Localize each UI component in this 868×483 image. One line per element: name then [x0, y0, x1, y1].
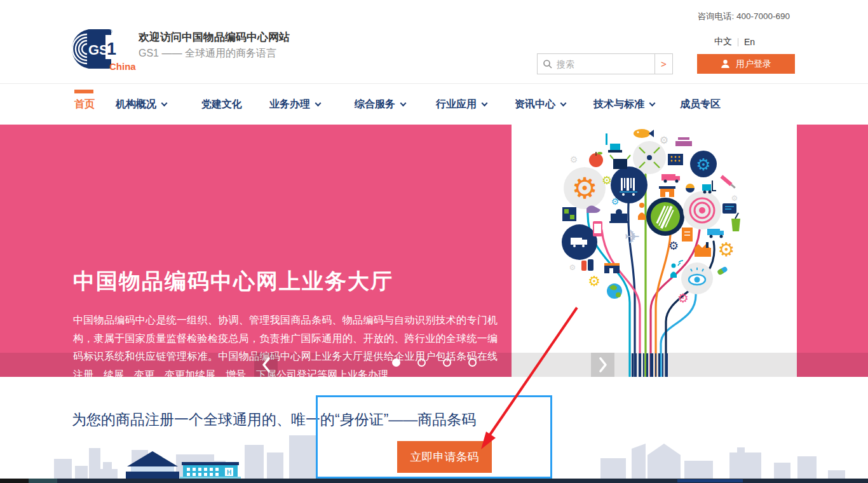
footer-strip-segment — [29, 479, 57, 483]
nav-item-business[interactable]: 业务办理 — [269, 84, 320, 125]
svg-text:⚙: ⚙ — [718, 238, 735, 261]
svg-text:⚙: ⚙ — [660, 134, 668, 146]
nav-item-industry[interactable]: 行业应用 — [436, 84, 487, 125]
nav-item-about[interactable]: 机构概况 — [116, 84, 166, 125]
user-icon — [721, 59, 730, 69]
svg-text:⚙: ⚙ — [677, 290, 689, 306]
svg-text:⚙: ⚙ — [731, 194, 738, 203]
hero-carousel: ⚙ ⚙ — [0, 125, 868, 377]
nav-item-members[interactable]: 成员专区 — [680, 84, 721, 125]
main-navigation: 首页 机构概况 党建文化 业务办理 综合服务 行业应用 资讯中心 技术与标准 — [0, 83, 868, 125]
search-submit-button[interactable]: > — [654, 54, 672, 74]
apply-barcode-button[interactable]: 立即申请条码 — [397, 441, 492, 473]
hospital-sign: H — [227, 469, 231, 476]
tree-illustration: ⚙ ⚙ — [512, 125, 797, 377]
search-box: > — [537, 53, 673, 74]
gs1-china-homepage: 咨询电话: 400-7000-690 中文 En GS 1 ® China 欢迎… — [0, 0, 868, 483]
nav-item-services[interactable]: 综合服务 — [355, 84, 405, 125]
nav-item-label: 成员专区 — [680, 98, 721, 111]
footer-strip-segment — [677, 479, 743, 482]
nav-item-label: 党建文化 — [201, 98, 242, 111]
user-login-button[interactable]: 用户登录 — [697, 54, 795, 74]
nav-item-label: 技术与标准 — [593, 98, 644, 111]
nav-item-label: 行业应用 — [436, 98, 477, 111]
svg-text:⚙: ⚙ — [570, 154, 578, 165]
logo-region-label: China — [109, 61, 136, 72]
hero-title: 中国物品编码中心网上业务大厅 — [73, 267, 393, 296]
chevron-down-icon — [161, 100, 168, 107]
footer-top-strip — [0, 479, 868, 483]
search-icon — [543, 59, 553, 69]
lang-en-link[interactable]: En — [744, 37, 755, 47]
site-welcome-subtitle: GS1 —— 全球通用的商务语言 — [139, 47, 276, 60]
language-switcher: 中文 En — [714, 36, 755, 48]
carousel-dot-2[interactable] — [417, 358, 426, 367]
svg-text:✈: ✈ — [624, 226, 640, 248]
chevron-down-icon — [400, 100, 407, 107]
login-label: 用户登录 — [736, 58, 771, 70]
lang-divider — [738, 38, 738, 46]
svg-text:⚙: ⚙ — [696, 155, 710, 174]
svg-text:⚙: ⚙ — [571, 171, 597, 205]
svg-text:⚙: ⚙ — [602, 173, 612, 187]
nav-item-label: 业务办理 — [269, 98, 310, 111]
carousel-dot-4[interactable] — [468, 358, 477, 367]
lang-zh-link[interactable]: 中文 — [714, 36, 732, 48]
svg-text:⚙: ⚙ — [668, 239, 679, 252]
nav-item-home[interactable]: 首页 — [74, 84, 95, 125]
chevron-down-icon — [315, 100, 322, 107]
carousel-dot-3[interactable] — [443, 358, 451, 367]
nav-item-label: 资讯中心 — [515, 98, 555, 111]
carousel-dots — [0, 358, 868, 367]
carousel-dot-1[interactable] — [392, 358, 400, 367]
site-welcome-title: 欢迎访问中国物品编码中心网站 — [139, 30, 290, 44]
nav-item-label: 首页 — [74, 98, 95, 111]
logo-one-text: 1 — [107, 39, 116, 58]
svg-text:⚙: ⚙ — [569, 263, 576, 272]
hero-description: 中国物品编码中心是统一组织、协调、管理我国商品条码、物品编码与自动识别技术的专门… — [73, 311, 498, 377]
footer-strip-segment — [0, 479, 29, 483]
chevron-down-icon — [649, 100, 656, 107]
svg-text:⚙: ⚙ — [588, 273, 600, 289]
nav-item-label: 机构概况 — [116, 98, 156, 111]
next-slide-peek — [797, 125, 868, 377]
hotline-phone: 咨询电话: 400-7000-690 — [697, 11, 790, 22]
nav-item-party-culture[interactable]: 党建文化 — [201, 84, 242, 125]
nav-item-news[interactable]: 资讯中心 — [515, 84, 566, 125]
chevron-down-icon — [560, 100, 567, 107]
svg-text:⚙: ⚙ — [611, 196, 620, 207]
nav-item-label: 综合服务 — [355, 98, 395, 111]
search-input[interactable] — [557, 54, 653, 74]
registered-mark: ® — [108, 29, 112, 35]
active-tab-indicator — [74, 90, 93, 93]
nav-item-tech-standards[interactable]: 技术与标准 — [593, 84, 654, 125]
chevron-down-icon — [482, 100, 488, 107]
